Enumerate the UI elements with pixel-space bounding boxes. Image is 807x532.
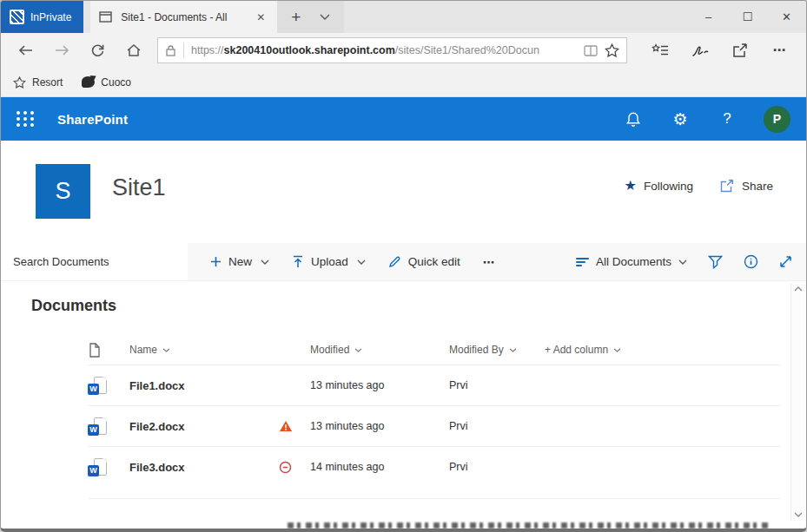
browser-actions: ⋯ [643,36,797,64]
site-title[interactable]: Site1 [112,174,166,201]
command-bar: New Upload Quick edit ⋯ All Documents [1,243,806,281]
more-commands-icon[interactable]: ⋯ [483,255,497,269]
refresh-icon[interactable] [82,36,115,64]
quick-edit-button[interactable]: Quick edit [388,255,460,268]
account-avatar[interactable]: P [764,106,790,133]
following-star-icon: ★ [625,179,637,193]
column-header-name[interactable]: Name [129,344,279,356]
word-file-icon: W [88,417,129,436]
modified-by-cell[interactable]: Prvi [449,379,545,391]
view-label: All Documents [596,255,671,268]
table-row[interactable]: W File3.docx 14 minutes ago Prvi [88,446,780,487]
browser-tab[interactable]: Site1 - Documents - All ✕ [90,1,277,33]
blocked-status-icon [279,461,310,474]
home-icon[interactable] [118,36,151,64]
share-site-button[interactable]: Share [719,179,773,193]
back-icon[interactable] [10,36,43,64]
word-file-icon: W [88,377,129,395]
modified-by-cell[interactable]: Prvi [449,420,545,432]
sharepoint-suite-bar: SharePoint ⚙ ? P [1,97,806,141]
documents-pane: Documents Name Modified Modified By [1,281,806,525]
view-selector[interactable]: All Documents [576,255,687,268]
site-logo[interactable]: S [36,164,90,219]
following-button[interactable]: ★ Following [625,179,693,193]
chevron-down-icon [678,259,687,265]
close-tab-icon[interactable]: ✕ [253,10,268,25]
cropped-caption-blur [288,522,771,529]
tab-title: Site1 - Documents - All [121,11,244,23]
documents-table: Name Modified Modified By + Add column [88,335,780,487]
favorite-label: Cuoco [101,76,131,89]
scroll-down-icon[interactable] [794,512,803,517]
inprivate-badge: InPrivate [1,1,83,33]
favorites-hub-icon[interactable] [643,36,678,64]
list-title: Documents [31,297,116,315]
file-type-column-icon[interactable] [88,343,129,358]
info-icon[interactable] [744,254,758,269]
share-icon [719,179,735,193]
chevron-down-icon [357,259,366,265]
modified-cell: 13 minutes ago [310,420,449,432]
filter-icon[interactable] [708,255,723,269]
scroll-up-icon[interactable] [794,286,803,292]
forward-icon[interactable] [46,36,79,64]
new-button[interactable]: New [210,255,269,268]
chevron-down-icon [354,348,362,352]
settings-gear-icon[interactable]: ⚙ [670,108,691,129]
minimize-button[interactable]: – [689,10,728,23]
share-page-icon[interactable] [723,36,757,64]
close-button[interactable]: ✕ [767,10,806,23]
add-column-button[interactable]: + Add column [545,344,780,356]
table-header-row: Name Modified Modified By + Add column [88,335,780,365]
column-header-modified-by[interactable]: Modified By [449,344,545,356]
vertical-scrollbar[interactable] [790,283,805,521]
favorite-star-icon[interactable] [605,43,619,57]
plus-icon [210,256,222,267]
column-header-modified[interactable]: Modified [310,344,449,356]
table-bottom-divider [88,498,780,499]
table-row[interactable]: W File1.docx 13 minutes ago Prvi [88,365,780,405]
favorite-item-resort[interactable]: Resort [13,76,63,89]
file-name[interactable]: File3.docx [129,461,279,474]
upload-label: Upload [311,255,348,268]
url-text: https://sk200410outlook.sharepoint.com/s… [191,44,577,56]
search-input[interactable] [1,243,188,280]
modified-cell: 14 minutes ago [310,461,449,473]
suite-bar-actions: ⚙ ? P [623,106,790,133]
url-separator [183,43,184,58]
upload-icon [292,255,304,268]
notifications-bell-icon[interactable] [623,108,644,129]
file-name[interactable]: File1.docx [129,379,279,392]
new-tab-button[interactable]: + [291,8,301,27]
upload-button[interactable]: Upload [292,255,366,268]
app-launcher-icon[interactable] [17,111,35,127]
favorite-label: Resort [32,76,63,89]
file-name[interactable]: File2.docx [129,420,279,433]
expand-icon[interactable] [779,255,792,268]
commands: New Upload Quick edit ⋯ [188,243,496,280]
chevron-down-icon [261,259,269,265]
maximize-button[interactable]: ☐ [728,10,767,23]
star-outline-icon [13,76,26,89]
bird-favicon [82,76,95,88]
url-box[interactable]: https://sk200410outlook.sharepoint.com/s… [157,37,627,63]
favorite-item-cuoco[interactable]: Cuoco [82,76,131,89]
web-note-pen-icon[interactable] [683,36,718,64]
sharepoint-title[interactable]: SharePoint [57,112,128,127]
tab-list-chevron-icon[interactable] [320,14,330,20]
settings-more-icon[interactable]: ⋯ [763,36,797,64]
site-actions: ★ Following Share [625,179,773,193]
reading-view-icon[interactable] [584,45,598,56]
pencil-icon [388,255,401,268]
tab-page-icon [99,11,112,23]
view-controls: All Documents [576,243,806,280]
modified-by-cell[interactable]: Prvi [449,461,545,473]
favorites-bar: Resort Cuoco [1,68,806,97]
quick-edit-label: Quick edit [408,255,460,268]
table-row[interactable]: W File2.docx 13 minutes ago Prvi [88,405,780,446]
help-icon[interactable]: ? [717,108,738,129]
modified-cell: 13 minutes ago [310,379,449,391]
address-bar: https://sk200410outlook.sharepoint.com/s… [1,33,806,68]
window-controls: – ☐ ✕ [689,1,806,33]
chevron-down-icon [509,348,517,352]
